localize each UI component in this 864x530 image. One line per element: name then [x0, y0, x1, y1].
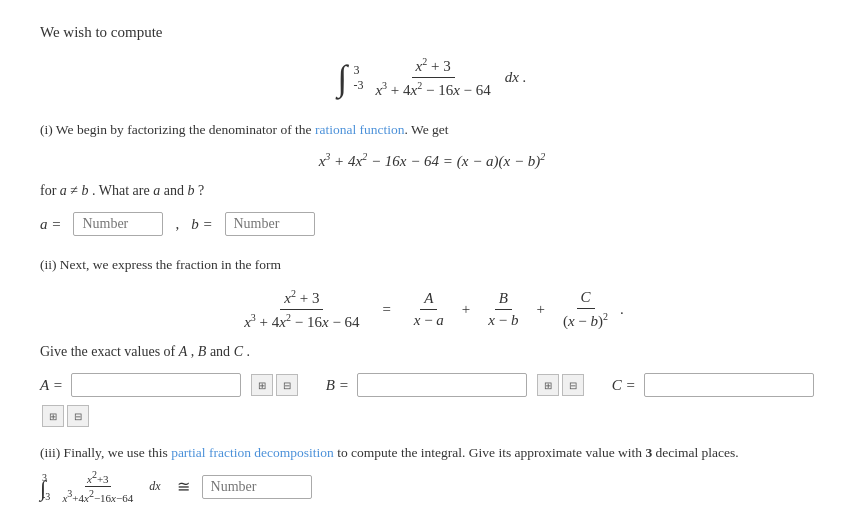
- part-ii-text: (ii) Next, we express the fraction in th…: [40, 254, 824, 276]
- upper-limit: 3: [353, 63, 359, 78]
- a-input[interactable]: [73, 212, 163, 236]
- ab-inputs-row: a = , b =: [40, 212, 824, 236]
- factored-equation: x3 + 4x2 − 16x − 64 = (x − a)(x − b)2: [40, 151, 824, 170]
- A-ans-btn2[interactable]: ⊟: [276, 374, 298, 396]
- partial-fraction-equation: x2 + 3 x3 + 4x2 − 16x − 64 = A x − a + B…: [40, 288, 824, 331]
- small-dx: dx: [149, 479, 160, 494]
- give-exact-text: Give the exact values of A , B and C .: [40, 341, 824, 363]
- B-ans-btn1[interactable]: ⊞: [537, 374, 559, 396]
- part-iii-section: (iii) Finally, we use this partial fract…: [40, 445, 824, 503]
- condition-text: for a ≠ b . What are a and b ?: [40, 180, 824, 202]
- small-den: x3+4x2−16x−64: [60, 487, 135, 504]
- integrand-numerator: x2 + 3: [412, 56, 455, 78]
- part-i-label: (i) We begin by factorizing the denomina…: [40, 122, 449, 137]
- dx-label: dx .: [505, 69, 527, 86]
- equals-sign: =: [382, 301, 392, 318]
- A-label: A =: [40, 377, 63, 394]
- intro-label: We wish to compute: [40, 24, 163, 40]
- header-section: We wish to compute ∫ 3 -3 x2 + 3 x3 + 4x…: [40, 20, 824, 99]
- plus2: +: [536, 301, 544, 318]
- A-input[interactable]: [71, 373, 241, 397]
- period: .: [620, 301, 624, 318]
- num-text: x2 + 3: [416, 58, 451, 74]
- part-i-section: (i) We begin by factorizing the denomina…: [40, 117, 824, 236]
- B-fraction: B x − b: [484, 290, 522, 329]
- den-text: x3 + 4x2 − 16x − 64: [375, 82, 490, 98]
- B-den: x − b: [484, 310, 522, 329]
- lhs-den: x3 + 4x2 − 16x − 64: [240, 310, 363, 331]
- C-ans-btn2[interactable]: ⊟: [67, 405, 89, 427]
- small-limits: 3 -3: [42, 472, 50, 502]
- C-num: C: [577, 289, 595, 309]
- part-ii-section: (ii) Next, we express the fraction in th…: [40, 254, 824, 427]
- A-den: x − a: [410, 310, 448, 329]
- intro-text: We wish to compute: [40, 20, 824, 44]
- integrand-fraction: x2 + 3 x3 + 4x2 − 16x − 64: [371, 56, 494, 99]
- C-den: (x − b)2: [559, 309, 612, 330]
- small-integral-sym: ∫ 3 -3: [40, 472, 50, 502]
- integrand-denominator: x3 + 4x2 − 16x − 64: [371, 78, 494, 99]
- plus1: +: [462, 301, 470, 318]
- B-ans-icons: ⊞ ⊟: [535, 374, 584, 396]
- C-label: C =: [612, 377, 636, 394]
- A-ans-icons: ⊞ ⊟: [249, 374, 298, 396]
- C-fraction: C (x − b)2: [559, 289, 612, 330]
- main-integral: ∫ 3 -3 x2 + 3 x3 + 4x2 − 16x − 64 dx .: [40, 56, 824, 99]
- rational-function-link[interactable]: rational function: [315, 122, 405, 137]
- A-ans-btn1[interactable]: ⊞: [251, 374, 273, 396]
- approx-symbol: ≅: [177, 477, 190, 496]
- A-num: A: [420, 290, 437, 310]
- comma: ,: [175, 216, 179, 233]
- B-num: B: [495, 290, 512, 310]
- pf-expr: x2 + 3 x3 + 4x2 − 16x − 64 = A x − a + B…: [240, 288, 624, 331]
- part-i-text: (i) We begin by factorizing the denomina…: [40, 117, 824, 141]
- C-input[interactable]: [644, 373, 814, 397]
- integral-expression: ∫ 3 -3 x2 + 3 x3 + 4x2 − 16x − 64 dx .: [338, 56, 527, 99]
- B-input[interactable]: [357, 373, 527, 397]
- integral-symbol: ∫: [338, 60, 348, 96]
- integral-limits: 3 -3: [353, 63, 363, 93]
- b-equals-label: b =: [191, 216, 212, 233]
- lhs-num: x2 + 3: [280, 288, 323, 310]
- small-num: x2+3: [85, 469, 111, 487]
- lhs-fraction: x2 + 3 x3 + 4x2 − 16x − 64: [240, 288, 363, 331]
- factored-expr: x3 + 4x2 − 16x − 64 = (x − a)(x − b)2: [319, 151, 546, 170]
- C-ans-icons: ⊞ ⊟: [40, 405, 89, 427]
- final-row: ∫ 3 -3 x2+3 x3+4x2−16x−64 dx ≅: [40, 469, 824, 503]
- part-iii-text: (iii) Finally, we use this partial fract…: [40, 445, 824, 461]
- pfd-link[interactable]: partial fraction decomposition: [171, 445, 334, 460]
- small-integrand: x2+3 x3+4x2−16x−64: [60, 469, 135, 503]
- C-ans-btn1[interactable]: ⊞: [42, 405, 64, 427]
- b-input[interactable]: [225, 212, 315, 236]
- a-equals-label: a =: [40, 216, 61, 233]
- final-answer-input[interactable]: [202, 475, 312, 499]
- B-ans-btn2[interactable]: ⊟: [562, 374, 584, 396]
- lower-limit: -3: [353, 78, 363, 93]
- decimal-count: 3: [645, 445, 652, 460]
- B-label: B =: [326, 377, 349, 394]
- abc-inputs-row: A = ⊞ ⊟ B = ⊞ ⊟ C = ⊞ ⊟: [40, 373, 824, 427]
- A-fraction: A x − a: [410, 290, 448, 329]
